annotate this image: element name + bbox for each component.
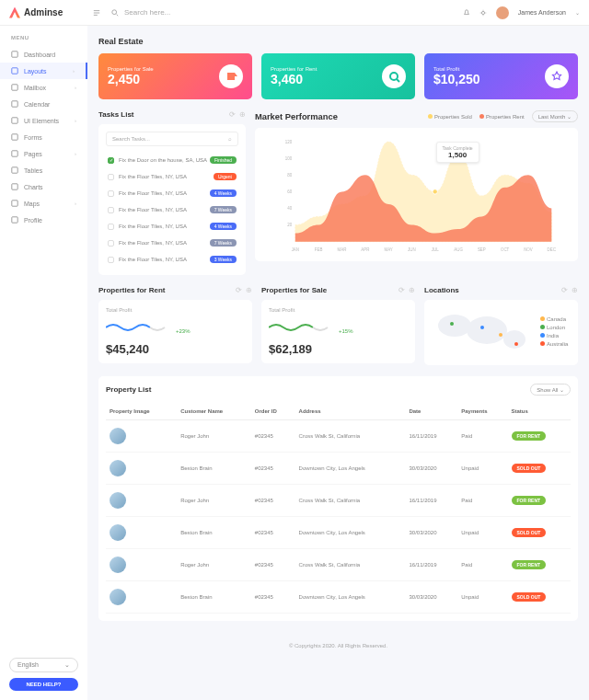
checkbox[interactable] [108,157,114,164]
svg-rect-3 [12,68,17,74]
checkbox[interactable] [108,207,114,213]
user-name[interactable]: James Anderson [518,9,566,16]
svg-point-37 [480,326,484,329]
more-icon[interactable]: ⊕ [572,286,578,294]
perf-title: Market Performance [255,112,338,121]
plist-title: Property List [106,385,151,394]
sidebar-item-profile[interactable]: Profile [0,212,87,228]
sidebar-item-forms[interactable]: Forms [0,129,87,145]
pct: +23% [176,328,191,334]
property-table: Property ImageCustomer NameOrder IDAddre… [106,403,571,614]
task-item[interactable]: Fix the Floor Tiles, NY, USAUrgent [106,168,238,185]
sidebar-item-ui-elements[interactable]: UI Elements› [0,112,87,129]
status-badge: SOLD OUT [512,528,547,537]
mini-sub: Total Profit [106,307,245,313]
svg-rect-11 [12,201,17,206]
sparkline [269,320,333,335]
table-row[interactable]: Roger John#02345Cross Walk St, Californi… [106,549,571,581]
table-row[interactable]: Beston Brain#02345Downtown City, Los Ang… [106,581,571,614]
svg-point-33 [438,315,471,337]
chevron-down-icon[interactable]: ⌄ [575,9,580,16]
task-item[interactable]: Fix the Floor Tiles, NY, USA7 Weeks [106,235,238,251]
menu-icon[interactable] [93,9,100,17]
task-item[interactable]: Fix the Door on the house, SA, USAFinish… [106,152,238,168]
sparkline [106,320,170,335]
refresh-icon[interactable]: ⟳ [561,286,568,294]
mail-icon [11,84,18,91]
svg-text:APR: APR [361,247,369,252]
task-item[interactable]: Fix the Floor Tiles, NY, USA7 Weeks [106,201,238,218]
svg-text:FEB: FEB [315,247,323,252]
checkbox[interactable] [108,240,114,247]
table-row[interactable]: Roger John#02345Cross Walk St, Californi… [106,420,571,453]
table-row[interactable]: Roger John#02345Cross Walk St, Californi… [106,485,571,517]
world-map [432,307,533,358]
chart-icon [11,183,18,190]
sidebar-item-calendar[interactable]: Calendar [0,96,87,112]
language-select[interactable]: English⌄ [9,658,78,672]
property-image [110,428,126,444]
sidebar-item-pages[interactable]: Pages› [0,145,87,162]
checkbox[interactable] [108,257,114,263]
mini-sub: Total Profit [269,307,408,313]
sidebar-item-tables[interactable]: Tables [0,162,87,178]
svg-point-1 [481,11,484,14]
svg-rect-8 [12,151,17,156]
grid-icon [11,51,18,58]
task-badge: 4 Weeks [210,223,237,230]
sidebar-item-charts[interactable]: Charts [0,178,87,195]
gear-icon[interactable] [479,9,487,17]
layers-icon [11,67,18,75]
stat-card[interactable]: Total Profit$10,250 [424,53,578,99]
brand[interactable]: Adminse [9,7,87,18]
sidebar-item-layouts[interactable]: Layouts› [0,63,87,79]
refresh-icon[interactable]: ⟳ [398,286,405,294]
task-search[interactable]: Search Tasks...⌕ [106,132,238,146]
help-button[interactable]: NEED HELP? [9,678,78,691]
card-icon [382,64,406,88]
task-item[interactable]: Fix the Floor Tiles, NY, USA3 Weeks [106,251,238,268]
loc-title: Locations [424,286,459,294]
svg-text:JUL: JUL [432,247,439,252]
more-icon[interactable]: ⊕ [409,286,415,294]
mini-title: Properties for Sale [261,286,327,294]
stat-card[interactable]: Properties for Sale2,450 [98,53,252,99]
svg-point-32 [433,189,437,194]
task-badge: Urgent [214,173,237,180]
stat-card[interactable]: Properties for Rent3,460 [261,53,415,99]
svg-text:MAR: MAR [338,247,347,252]
svg-text:80: 80 [287,173,292,178]
plist-filter[interactable]: Show All ⌄ [530,384,571,396]
refresh-icon[interactable]: ⟳ [229,110,236,119]
svg-point-34 [467,316,507,344]
col-header: Date [405,403,457,420]
more-icon[interactable]: ⊕ [246,286,252,294]
checkbox[interactable] [108,174,114,180]
checkbox[interactable] [108,190,114,197]
task-item[interactable]: Fix the Floor Tiles, NY, USA4 Weeks [106,185,238,201]
col-header: Order ID [251,403,295,420]
range-select[interactable]: Last Month ⌄ [532,110,578,122]
sidebar-item-dashboard[interactable]: Dashboard [0,46,87,63]
task-item[interactable]: Fix the Floor Tiles, NY, USA4 Weeks [106,218,238,235]
bell-icon[interactable] [463,9,470,17]
svg-rect-5 [12,101,17,107]
table-row[interactable]: Beston Brain#02345Downtown City, Los Ang… [106,453,571,485]
checkbox[interactable] [108,224,114,230]
table-row[interactable]: Beston Brain#02345Downtown City, Los Ang… [106,517,571,549]
avatar[interactable] [496,6,509,19]
svg-rect-9 [12,167,17,173]
mini-value: $45,240 [106,342,245,356]
more-icon[interactable]: ⊕ [239,110,246,119]
card-icon [545,64,569,88]
status-badge: SOLD OUT [512,464,547,473]
status-badge: FOR RENT [512,560,547,569]
sidebar-item-mailbox[interactable]: Mailbox› [0,79,87,96]
svg-text:120: 120 [285,140,293,144]
refresh-icon[interactable]: ⟳ [236,286,242,294]
sidebar-item-maps[interactable]: Maps› [0,195,87,212]
property-image [110,557,126,573]
svg-text:DEC: DEC [548,247,557,252]
search-input[interactable]: Search here... [87,8,463,17]
property-image [110,524,126,541]
